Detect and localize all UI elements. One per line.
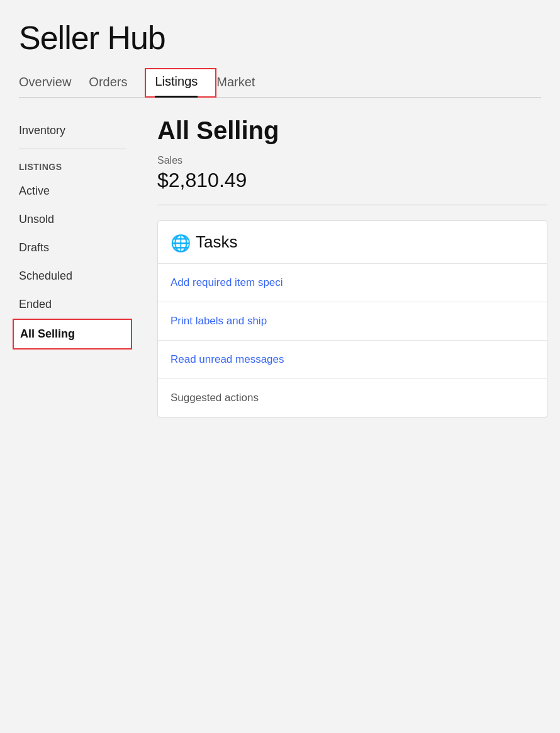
task-item-read-messages[interactable]: Read unread messages [158, 341, 547, 379]
task-item-add-specs[interactable]: Add required item speci [158, 264, 547, 302]
task-item-suggested-actions[interactable]: Suggested actions [158, 379, 547, 417]
sidebar-divider-1 [19, 149, 126, 149]
sidebar-item-drafts[interactable]: Drafts [19, 234, 126, 262]
header: Seller Hub Overview Orders Listings Mark… [0, 19, 560, 98]
sidebar-item-inventory[interactable]: Inventory [19, 116, 126, 145]
sidebar-item-active[interactable]: Active [19, 177, 126, 205]
tab-listings[interactable]: Listings [145, 68, 216, 98]
sidebar: Inventory LISTINGS Active Unsold Drafts … [0, 98, 138, 436]
tab-overview[interactable]: Overview [19, 70, 89, 97]
task-item-print-labels[interactable]: Print labels and ship [158, 302, 547, 341]
sidebar-item-ended[interactable]: Ended [19, 290, 126, 319]
globe-icon: 🌐 [171, 234, 188, 251]
page-title: Seller Hub [19, 19, 541, 57]
content-area: All Selling Sales $2,810.49 🌐 Tasks Add … [138, 98, 560, 436]
nav-tabs: Overview Orders Listings Market [19, 68, 541, 98]
sidebar-item-unsold[interactable]: Unsold [19, 205, 126, 234]
tasks-card: 🌐 Tasks Add required item speci Print la… [157, 220, 547, 418]
tab-orders[interactable]: Orders [89, 70, 145, 97]
sidebar-item-all-selling[interactable]: All Selling [13, 319, 132, 349]
tasks-title: Tasks [196, 232, 237, 252]
sales-divider [157, 205, 547, 205]
sidebar-item-scheduled[interactable]: Scheduled [19, 262, 126, 290]
tasks-header: 🌐 Tasks [158, 221, 547, 264]
main-layout: Inventory LISTINGS Active Unsold Drafts … [0, 98, 560, 436]
page-container: Seller Hub Overview Orders Listings Mark… [0, 0, 560, 733]
tab-marketing[interactable]: Market [216, 70, 272, 97]
sales-value: $2,810.49 [157, 169, 547, 192]
sidebar-section-listings-label: LISTINGS [19, 153, 126, 177]
content-title: All Selling [157, 116, 547, 145]
sales-label: Sales [157, 155, 547, 166]
